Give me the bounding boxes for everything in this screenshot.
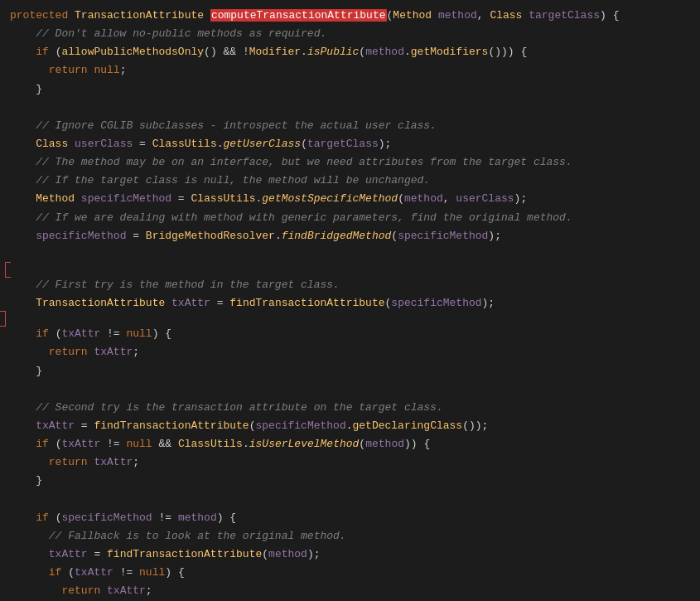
code-line-24: return txAttr;: [0, 453, 700, 472]
code-line-17: if (txAttr != null) {: [0, 325, 700, 343]
highlighted-section: // First try is the method in the target…: [0, 262, 700, 327]
code-line-15: // First try is the method in the target…: [0, 276, 700, 294]
code-line-14: [0, 245, 700, 264]
code-line-26: [0, 491, 700, 509]
code-line-27: if (specificMethod != method) {: [0, 509, 700, 527]
code-line-5: }: [0, 80, 700, 99]
code-line-12: // If we are dealing with method with ge…: [0, 209, 700, 227]
code-line-8: Class userClass = ClassUtils.getUserClas…: [0, 135, 700, 153]
code-line-11: Method specificMethod = ClassUtils.getMo…: [0, 190, 700, 208]
code-line-25: }: [0, 472, 700, 490]
code-line-4: return null;: [0, 61, 700, 80]
code-container: protected TransactionAttribute computeTr…: [0, 0, 700, 601]
code-line-3: if (allowPublicMethodsOnly() && !Modifie…: [0, 43, 700, 61]
code-line-20: [0, 380, 700, 399]
code-line-9: // The method may be on an interface, bu…: [0, 153, 700, 172]
code-line-6: [0, 99, 700, 117]
code-line-28: // Fallback is to look at the original m…: [0, 527, 700, 545]
code-line-31: return txAttr;: [0, 582, 700, 600]
code-line-23: if (txAttr != null && ClassUtils.isUserL…: [0, 435, 700, 453]
code-line-22: txAttr = findTransactionAttribute(specif…: [0, 417, 700, 435]
code-line-7: // Ignore CGLIB subclasses - introspect …: [0, 117, 700, 135]
code-line-10: // If the target class is null, the meth…: [0, 172, 700, 190]
code-line-2: // Don't allow no-public methods as requ…: [0, 25, 700, 43]
code-line-19: }: [0, 362, 700, 380]
code-line-1: protected TransactionAttribute computeTr…: [0, 7, 700, 25]
code-line-29: txAttr = findTransactionAttribute(method…: [0, 545, 700, 564]
code-line-16: TransactionAttribute txAttr = findTransa…: [0, 294, 700, 313]
code-line-13: specificMethod = BridgeMethodResolver.fi…: [0, 227, 700, 245]
code-line-18: return txAttr;: [0, 343, 700, 361]
code-line-30: if (txAttr != null) {: [0, 564, 700, 582]
code-line-21: // Second try is the transaction attribu…: [0, 399, 700, 417]
